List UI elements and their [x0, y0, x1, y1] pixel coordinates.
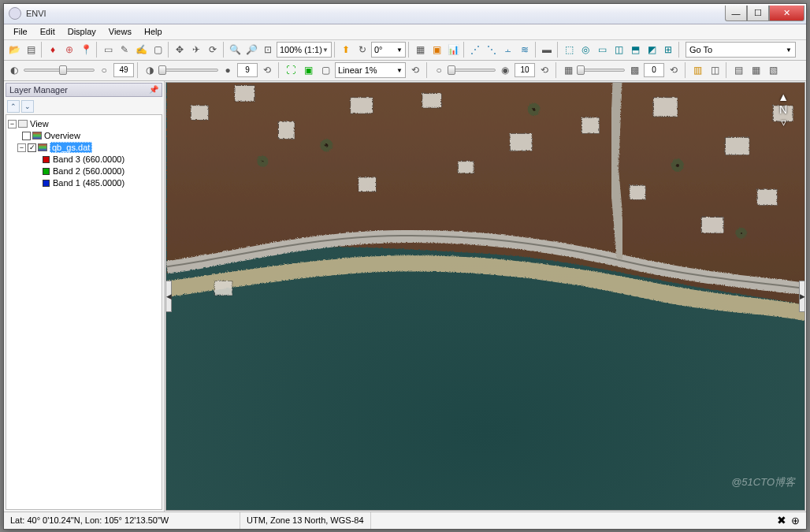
swipe-icon[interactable]: ◫ — [707, 62, 723, 78]
collapse-right-icon[interactable]: ▶ — [799, 281, 805, 312]
select-icon[interactable]: ▭ — [100, 42, 116, 58]
sharpen-slider[interactable] — [448, 69, 496, 72]
titlebar[interactable]: ENVI — ☐ ✕ — [4, 4, 806, 24]
tree-overview: Overview — [8, 130, 160, 142]
vector-icon[interactable]: ✎ — [117, 42, 132, 58]
pin-icon[interactable]: 📌 — [149, 85, 158, 94]
roi4-icon[interactable]: ◫ — [611, 42, 626, 58]
collapse-tree-icon[interactable]: ⌃ — [7, 100, 20, 113]
tree-selected-item[interactable]: qb_gs.dat — [50, 142, 92, 153]
cursor-value-icon[interactable]: ♦ — [45, 42, 61, 58]
checkbox[interactable] — [22, 132, 31, 140]
view3-icon[interactable]: ▧ — [765, 62, 781, 78]
data-manager-icon[interactable]: ▤ — [23, 42, 39, 58]
stretch-full-icon[interactable]: ⛶ — [283, 62, 299, 78]
image-viewport[interactable]: ◀ ▶ ▲N▿ @51CTO博客 — [165, 82, 805, 511]
contrast-slider[interactable] — [159, 69, 218, 72]
goto-field[interactable]: Go To▼ — [686, 42, 796, 58]
svg-rect-10 — [756, 188, 776, 204]
north-up-icon[interactable]: ⬆ — [338, 42, 354, 58]
mensuration-icon[interactable]: ▬ — [539, 42, 555, 58]
open-icon[interactable]: 📂 — [6, 42, 22, 58]
crosshair-icon[interactable]: ⊕ — [61, 42, 77, 58]
tool1-icon[interactable]: ▦ — [412, 42, 428, 58]
pan-icon[interactable]: ✥ — [172, 42, 188, 58]
contrast-low-icon: ○ — [96, 62, 112, 78]
rotate-icon[interactable]: ⟳ — [205, 42, 221, 58]
menu-display[interactable]: Display — [61, 25, 102, 38]
profile-z-icon[interactable]: ⫠ — [500, 42, 516, 58]
status-projection: UTM, Zone 13 North, WGS-84 — [240, 512, 371, 529]
svg-point-21 — [738, 229, 744, 235]
roi1-icon[interactable]: ⬚ — [561, 42, 577, 58]
blend-value[interactable]: 0 — [644, 63, 664, 77]
menubar: File Edit Display Views Help — [4, 24, 806, 40]
roi3-icon[interactable]: ▭ — [594, 42, 610, 58]
tree-band: Band 3 (660.0000) — [8, 154, 160, 166]
zoom-level-field[interactable]: 100% (1:1)▼ — [277, 42, 332, 58]
annotate-icon[interactable]: ✍ — [133, 42, 149, 58]
refresh3-icon[interactable]: ⟲ — [537, 62, 552, 78]
chevron-down-icon: ▼ — [786, 47, 792, 54]
minimize-button[interactable]: — — [725, 6, 747, 21]
tree-band: Band 2 (560.0000) — [8, 166, 160, 177]
close-button[interactable]: ✕ — [769, 6, 804, 21]
menu-file[interactable]: File — [7, 25, 34, 38]
tree-root: − View — [8, 118, 160, 130]
roi7-icon[interactable]: ⊞ — [660, 42, 676, 58]
transparency-slider[interactable] — [578, 69, 625, 72]
rotation-field[interactable]: 0°▼ — [371, 42, 406, 58]
sharpen-value[interactable]: 9 — [237, 63, 258, 77]
layer-manager-title[interactable]: Layer Manager 📌 — [6, 83, 162, 97]
checkbox-checked[interactable]: ✓ — [28, 143, 36, 152]
collapse-left-icon[interactable]: ◀ — [165, 281, 172, 312]
expand-tree-icon[interactable]: ⌄ — [21, 100, 34, 113]
fly-icon[interactable]: ✈ — [188, 42, 204, 58]
tool2-icon[interactable]: ▣ — [429, 42, 444, 58]
menu-views[interactable]: Views — [102, 25, 138, 38]
zoom-in-icon[interactable]: 🔍 — [227, 42, 243, 58]
north-arrow-icon: ▲N▿ — [778, 91, 789, 128]
overview-icon — [32, 132, 42, 140]
zoom-fit-icon[interactable]: ⊡ — [260, 42, 276, 58]
stretch-select[interactable]: Linear 1%▼ — [335, 62, 406, 78]
roi6-icon[interactable]: ◩ — [644, 42, 660, 58]
status-close-icon[interactable]: ✖ — [777, 514, 786, 526]
stretch-roi-icon[interactable]: ▣ — [300, 62, 316, 78]
refresh2-icon[interactable]: ⟲ — [407, 62, 423, 78]
transparency-value[interactable]: 10 — [515, 63, 535, 77]
view1-icon[interactable]: ▤ — [730, 62, 746, 78]
profile-s-icon[interactable]: ≋ — [517, 42, 533, 58]
raster-icon — [38, 143, 47, 151]
pin-icon[interactable]: 📍 — [78, 42, 94, 58]
brightness-value[interactable]: 49 — [113, 63, 134, 77]
svg-rect-14 — [629, 184, 645, 199]
tree-toggle-icon[interactable]: − — [17, 143, 26, 152]
chevron-down-icon: ▼ — [396, 67, 403, 74]
profile-y-icon[interactable]: ⋱ — [484, 42, 500, 58]
tree-toggle-icon[interactable]: − — [8, 120, 17, 128]
layer-tree[interactable]: − View Overview − ✓ qb_gs.dat B — [6, 114, 162, 510]
brightness-slider[interactable] — [24, 69, 95, 72]
roi2-icon[interactable]: ◎ — [578, 42, 593, 58]
roi5-icon[interactable]: ⬒ — [627, 42, 643, 58]
svg-rect-15 — [358, 177, 375, 191]
refresh4-icon[interactable]: ⟲ — [666, 62, 682, 78]
svg-rect-2 — [234, 84, 254, 100]
svg-rect-7 — [581, 117, 599, 132]
stretch-view-icon[interactable]: ▢ — [318, 62, 333, 78]
portal-icon[interactable]: ▥ — [689, 62, 705, 78]
maximize-button[interactable]: ☐ — [747, 6, 769, 21]
zoom-out-icon[interactable]: 🔎 — [243, 42, 259, 58]
status-crosshair-icon[interactable]: ⊕ — [791, 515, 800, 526]
region-icon[interactable]: ▢ — [150, 42, 165, 58]
contrast-high-icon: ● — [220, 62, 236, 78]
rotate-tool-icon[interactable]: ↻ — [355, 42, 370, 58]
profile-x-icon[interactable]: ⋰ — [467, 42, 483, 58]
menu-edit[interactable]: Edit — [34, 25, 61, 38]
chart-icon[interactable]: 📊 — [445, 42, 461, 58]
refresh1-icon[interactable]: ⟲ — [259, 62, 275, 78]
menu-help[interactable]: Help — [138, 25, 169, 38]
view2-icon[interactable]: ▦ — [748, 62, 764, 78]
svg-rect-12 — [214, 280, 232, 294]
